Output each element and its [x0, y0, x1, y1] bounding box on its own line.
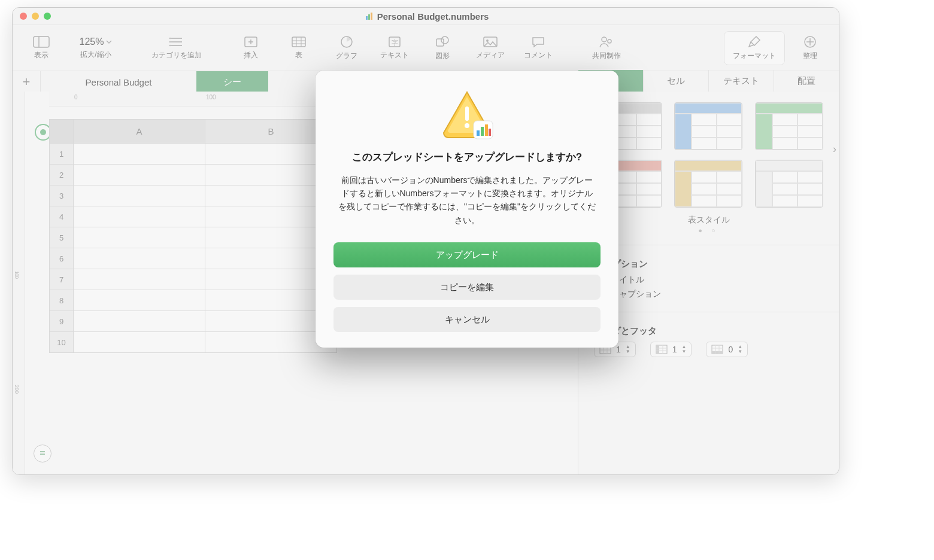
dialog-title: このスプレッドシートをアップグレードしますか?	[338, 150, 596, 165]
svg-point-47	[465, 123, 469, 128]
warning-icon	[333, 89, 601, 140]
upgrade-button[interactable]: アップグレード	[333, 242, 601, 267]
svg-rect-52	[489, 129, 491, 136]
edit-copy-button[interactable]: コピーを編集	[333, 275, 601, 300]
cancel-button[interactable]: キャンセル	[333, 307, 601, 332]
svg-rect-50	[481, 127, 484, 136]
svg-rect-46	[465, 106, 469, 121]
modal-backdrop: このスプレッドシートをアップグレードしますか? 前回は古いバージョンのNumbe…	[0, 0, 934, 560]
svg-rect-49	[477, 130, 480, 136]
dialog-body: 前回は古いバージョンのNumbersで編集されました。アップグレードすると新しい…	[337, 174, 597, 227]
upgrade-dialog: このスプレッドシートをアップグレードしますか? 前回は古いバージョンのNumbe…	[316, 71, 618, 348]
svg-rect-51	[485, 124, 488, 136]
